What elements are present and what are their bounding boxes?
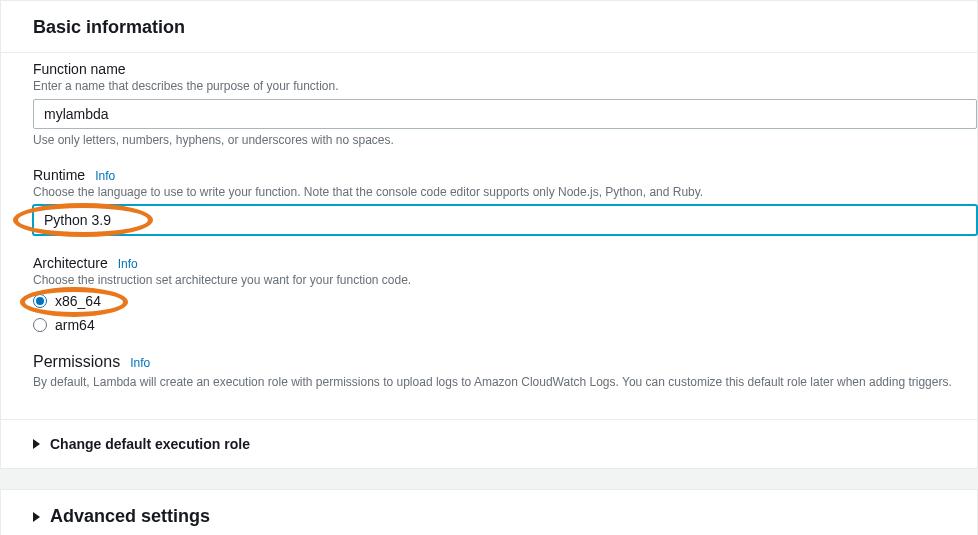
architecture-label: Architecture: [33, 255, 108, 271]
function-name-input[interactable]: [33, 99, 977, 129]
runtime-label: Runtime: [33, 167, 85, 183]
advanced-settings-label: Advanced settings: [50, 506, 210, 527]
function-name-constraint: Use only letters, numbers, hyphens, or u…: [33, 133, 977, 147]
architecture-radio-group: x86_64 arm64: [33, 293, 977, 333]
radio-label: arm64: [55, 317, 95, 333]
runtime-field: Runtime Info Choose the language to use …: [33, 167, 977, 235]
radio-icon: [33, 294, 47, 308]
permissions-hint: By default, Lambda will create an execut…: [33, 375, 977, 389]
architecture-hint: Choose the instruction set architecture …: [33, 273, 977, 287]
runtime-hint: Choose the language to use to write your…: [33, 185, 977, 199]
caret-right-icon: [33, 512, 40, 522]
permissions-info-link[interactable]: Info: [130, 356, 150, 370]
function-name-label: Function name: [33, 61, 977, 77]
architecture-option-x86[interactable]: x86_64: [33, 293, 977, 309]
caret-right-icon: [33, 439, 40, 449]
runtime-select[interactable]: Python 3.9: [33, 205, 977, 235]
radio-icon: [33, 318, 47, 332]
permissions-label: Permissions: [33, 353, 120, 371]
permissions-field: Permissions Info By default, Lambda will…: [33, 353, 977, 389]
change-role-label: Change default execution role: [50, 436, 250, 452]
function-name-field: Function name Enter a name that describe…: [33, 61, 977, 147]
advanced-settings-expander[interactable]: Advanced settings: [1, 490, 977, 535]
runtime-info-link[interactable]: Info: [95, 169, 115, 183]
basic-information-panel: Basic information Function name Enter a …: [0, 0, 978, 469]
change-default-execution-role-expander[interactable]: Change default execution role: [1, 419, 977, 468]
panel-body: Function name Enter a name that describe…: [1, 52, 977, 419]
architecture-field: Architecture Info Choose the instruction…: [33, 255, 977, 333]
architecture-info-link[interactable]: Info: [118, 257, 138, 271]
function-name-hint: Enter a name that describes the purpose …: [33, 79, 977, 93]
architecture-option-arm64[interactable]: arm64: [33, 317, 977, 333]
radio-label: x86_64: [55, 293, 101, 309]
advanced-settings-panel: Advanced settings: [0, 489, 978, 535]
panel-title: Basic information: [1, 1, 977, 52]
